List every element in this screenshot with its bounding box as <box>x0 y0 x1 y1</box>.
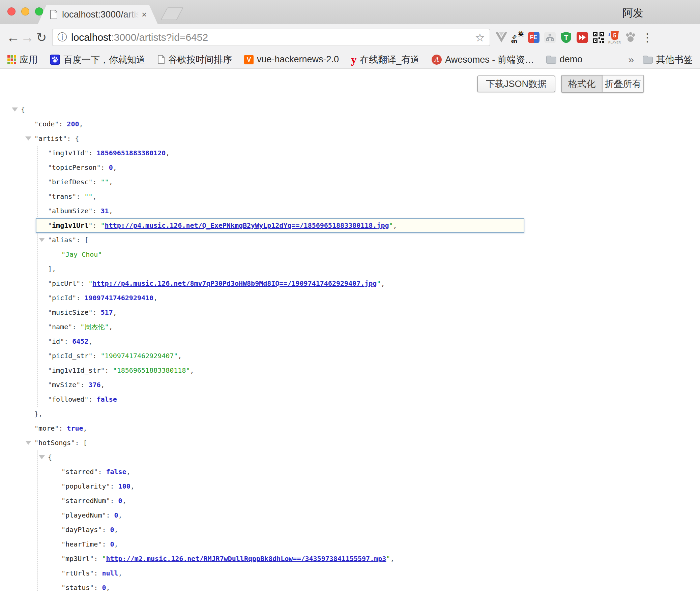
collapse-arrow-icon[interactable] <box>39 455 45 459</box>
json-value: 376 <box>88 381 100 389</box>
bookmark-youdao[interactable]: y 在线翻译_有道 <box>351 54 419 66</box>
json-token: " <box>48 279 52 287</box>
json-key: picId <box>52 294 72 302</box>
json-line: "followed": false <box>48 392 524 407</box>
tab-title: localhost:3000/artists?id=645 <box>62 9 139 20</box>
json-key: status <box>65 584 90 591</box>
json-link[interactable]: http://p4.music.126.net/8mv7qP30Pd3oHW8b… <box>92 279 377 287</box>
address-bar[interactable]: ⓘ localhost:3000/artists?id=6452 ☆ <box>52 29 490 46</box>
reload-button[interactable]: ↻ <box>34 31 49 44</box>
forward-button[interactable]: → <box>20 31 34 44</box>
json-value: 0 <box>110 526 114 534</box>
vue-devtools-icon[interactable] <box>495 31 507 44</box>
format-button[interactable]: 格式化 <box>562 75 603 92</box>
json-token: " <box>90 555 94 563</box>
collapse-arrow-icon[interactable] <box>12 107 18 112</box>
close-window-button[interactable] <box>7 7 16 15</box>
json-tree-icon[interactable] <box>544 31 556 44</box>
json-token: , <box>93 192 97 200</box>
json-line: "starredNum": 0, <box>61 494 524 508</box>
json-line: "img1v1Id": 18569651883380120, <box>48 146 524 160</box>
json-token: : <box>59 424 67 432</box>
qrcode-icon[interactable] <box>592 31 605 44</box>
json-token: : <box>94 584 102 591</box>
new-tab-button[interactable] <box>161 7 183 20</box>
json-key: img1v1Url <box>52 221 88 229</box>
json-key: starred <box>65 468 94 476</box>
json-token: " <box>55 120 59 128</box>
json-token: " <box>48 236 52 244</box>
download-json-button[interactable]: 下载JSON数据 <box>477 75 555 92</box>
bookmark-vue-hackernews[interactable]: V vue-hackernews-2.0 <box>244 54 339 65</box>
json-token: " <box>72 294 76 302</box>
browser-tab[interactable]: localhost:3000/artists?id=645 × <box>38 5 158 24</box>
json-key: code <box>38 120 55 128</box>
collapse-arrow-icon[interactable] <box>25 136 31 141</box>
window-controls <box>7 7 43 15</box>
tampermonkey-shield-icon[interactable]: T <box>560 31 572 44</box>
json-line-selected: "img1v1Url": "http://p4.music.126.net/Q_… <box>36 218 524 233</box>
json-key: img1v1Id <box>52 149 84 157</box>
bookmark-label: vue-hackernews-2.0 <box>257 54 339 65</box>
json-token: , <box>109 207 113 215</box>
url-rest: :3000/artists?id=6452 <box>111 32 208 43</box>
tab-close-icon[interactable]: × <box>142 10 147 19</box>
bookmark-apps[interactable]: 应用 <box>7 54 38 66</box>
url-host: localhost <box>71 32 111 43</box>
collapse-arrow-icon[interactable] <box>25 441 31 445</box>
other-bookmarks[interactable]: 其他书签 <box>643 54 693 66</box>
json-token: " <box>48 221 52 229</box>
translate-icon[interactable]: 英 en ⇄ <box>511 31 524 44</box>
url-text[interactable]: localhost:3000/artists?id=6452 <box>71 32 475 43</box>
json-children: "code": 200,"artist": {"img1v1Id": 18569… <box>24 117 524 591</box>
paw-icon[interactable] <box>624 31 637 44</box>
json-token: [ <box>84 236 88 244</box>
profile-name[interactable]: 阿发 <box>622 6 643 20</box>
json-key: picId_str <box>52 352 88 360</box>
html5-player-icon[interactable]: s 5 PLAYER <box>608 31 621 44</box>
json-line: "alias": [ <box>48 233 524 247</box>
json-token: , <box>83 424 87 432</box>
json-value: "18569651883380118" <box>113 366 190 374</box>
bookmark-awesomes[interactable]: A Awesomes - 前端资… <box>432 54 534 66</box>
bookmark-folder-demo[interactable]: demo <box>546 54 583 65</box>
bookmark-star-icon[interactable]: ☆ <box>475 31 485 44</box>
json-link[interactable]: http://m2.music.126.net/RMJR7wDullRqppBk… <box>106 555 386 563</box>
collapse-arrow-icon[interactable] <box>39 238 45 242</box>
video-speed-icon[interactable] <box>576 31 588 44</box>
minimize-window-button[interactable] <box>21 7 29 15</box>
json-token: , <box>166 149 170 157</box>
json-token: " <box>63 134 67 143</box>
bookmark-google-sort[interactable]: 谷歌按时间排序 <box>157 54 232 66</box>
json-token: : <box>67 134 75 143</box>
json-line: "playedNum": 0, <box>61 508 524 523</box>
json-token: " <box>34 424 38 432</box>
json-token: " <box>48 178 52 186</box>
json-value: 19097417462929410 <box>84 294 153 302</box>
zoom-window-button[interactable] <box>35 7 43 15</box>
bookmark-baidu[interactable]: 百度一下，你就知道 <box>50 54 145 66</box>
collapse-all-button[interactable]: 折叠所有 <box>603 75 643 92</box>
vue-favicon: V <box>244 55 254 64</box>
back-button[interactable]: ← <box>6 31 20 44</box>
json-line: "starred": false, <box>61 465 524 479</box>
json-token: , <box>114 526 118 534</box>
page-icon <box>157 55 165 64</box>
bookmarks-overflow-icon[interactable]: » <box>628 54 634 65</box>
json-link[interactable]: http://p4.music.126.net/Q_ExePNkmgB2yWyL… <box>105 221 389 229</box>
fehelper-icon[interactable]: FE <box>527 31 540 44</box>
awesomes-icon: A <box>432 55 442 65</box>
json-token: , <box>114 540 118 548</box>
json-key: briefDesc <box>52 178 88 186</box>
baidu-paw-icon <box>50 55 60 65</box>
json-line: "hearTime": 0, <box>61 537 524 552</box>
json-token: : <box>98 468 106 476</box>
json-token: : <box>76 236 84 244</box>
json-line: "popularity": 100, <box>61 479 524 494</box>
json-token: " <box>55 424 59 432</box>
menu-icon[interactable]: ⋮ <box>642 31 653 44</box>
json-line: ], <box>48 262 524 276</box>
json-token: , <box>381 279 385 287</box>
info-icon[interactable]: ⓘ <box>57 31 67 44</box>
json-token: , <box>88 337 92 345</box>
